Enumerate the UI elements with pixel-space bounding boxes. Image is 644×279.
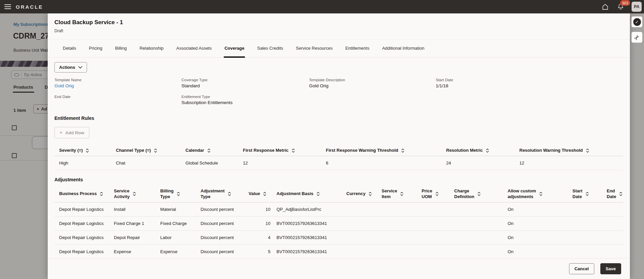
sort-icon[interactable] bbox=[586, 192, 589, 196]
column-header-value[interactable]: Value bbox=[244, 186, 272, 202]
side-toolbar: ✓ ✂ bbox=[631, 16, 643, 43]
sort-icon[interactable] bbox=[477, 192, 481, 196]
column-header-severity[interactable]: Severity (=) bbox=[54, 145, 111, 156]
cell: Fixed Charge 1 bbox=[109, 216, 156, 230]
actions-button[interactable]: Actions bbox=[54, 62, 87, 73]
table-row[interactable]: Depot Repair LogisticsExpenseExpenseDisc… bbox=[54, 244, 623, 258]
field-label: Entitlement Type bbox=[181, 95, 309, 99]
cell bbox=[602, 230, 623, 244]
sort-icon[interactable] bbox=[263, 192, 266, 196]
cell: 6 bbox=[321, 156, 441, 170]
cut-button[interactable]: ✂ bbox=[631, 32, 643, 43]
cell bbox=[377, 244, 417, 258]
column-label: Billing Type bbox=[160, 188, 174, 199]
tab-entitlements[interactable]: Entitlements bbox=[345, 40, 370, 58]
table-row[interactable]: Depot Repair LogisticsInstallMaterialDis… bbox=[54, 202, 623, 216]
home-icon[interactable] bbox=[601, 2, 609, 11]
scissors-icon: ✂ bbox=[633, 33, 641, 41]
sort-icon[interactable] bbox=[369, 192, 372, 196]
table-row[interactable]: HighChatGlobal Schedule1262412 bbox=[54, 156, 623, 170]
save-button[interactable]: Save bbox=[600, 263, 621, 274]
cell: On bbox=[503, 230, 568, 244]
column-header-adjustment-type[interactable]: Adjustment Type bbox=[196, 186, 244, 202]
sort-icon[interactable] bbox=[177, 192, 180, 196]
notifications-bell-icon[interactable]: 503 bbox=[616, 2, 625, 11]
sort-icon[interactable] bbox=[400, 192, 403, 196]
column-header-channel-type[interactable]: Channel Type (=) bbox=[111, 145, 181, 156]
template-name-link[interactable]: Gold Orig bbox=[54, 83, 181, 89]
column-header-business-process[interactable]: Business Process bbox=[54, 186, 109, 202]
tab-billing[interactable]: Billing bbox=[115, 40, 128, 58]
cell: Discount percent bbox=[196, 216, 244, 230]
tab-associated-assets[interactable]: Associated Assets bbox=[176, 40, 213, 58]
column-header-service-item[interactable]: Service Item bbox=[377, 186, 417, 202]
tab-pricing[interactable]: Pricing bbox=[88, 40, 103, 58]
cell bbox=[342, 230, 377, 244]
column-header-service-activity[interactable]: Service Activity bbox=[109, 186, 156, 202]
coverage-type-field: Coverage Type Standard bbox=[181, 78, 309, 89]
column-header-charge-definition[interactable]: Charge Definition bbox=[449, 186, 503, 202]
tab-details[interactable]: Details bbox=[62, 40, 77, 58]
column-header-first-response-metric[interactable]: First Response Metric bbox=[238, 145, 321, 156]
tab-service-resources[interactable]: Service Resources bbox=[295, 40, 333, 58]
column-header-calendar[interactable]: Calendar bbox=[181, 145, 238, 156]
sort-icon[interactable] bbox=[228, 192, 231, 196]
tab-coverage[interactable]: Coverage bbox=[224, 40, 245, 58]
column-header-resolution-warning-threshold[interactable]: Resolution Warning Threshold bbox=[515, 145, 623, 156]
column-header-price-uom[interactable]: Price UOM bbox=[417, 186, 449, 202]
tab-sales-credits[interactable]: Sales Credits bbox=[256, 40, 284, 58]
tab-relationship[interactable]: Relationship bbox=[139, 40, 164, 58]
cancel-button[interactable]: Cancel bbox=[569, 263, 594, 274]
user-avatar[interactable]: PA bbox=[632, 2, 642, 12]
validate-button[interactable]: ✓ bbox=[631, 16, 643, 28]
cell: Discount percent bbox=[196, 202, 244, 216]
column-header-resolution-metric[interactable]: Resolution Metric bbox=[441, 145, 515, 156]
panel-header: Cloud Backup Service - 1 Draft bbox=[48, 13, 630, 40]
column-header-start-date[interactable]: Start Date bbox=[568, 186, 602, 202]
sort-icon[interactable] bbox=[207, 148, 211, 153]
column-header-first-response-warning-threshold[interactable]: First Response Warning Threshold bbox=[321, 145, 441, 156]
sort-icon[interactable] bbox=[100, 192, 103, 196]
cell bbox=[449, 202, 503, 216]
hamburger-menu-icon[interactable] bbox=[4, 4, 11, 9]
cell: Chat bbox=[111, 156, 181, 170]
field-label: Coverage Type bbox=[181, 78, 309, 82]
column-header-billing-type[interactable]: Billing Type bbox=[156, 186, 196, 202]
column-header-end-date[interactable]: End Date bbox=[602, 186, 623, 202]
column-label: Calendar bbox=[185, 148, 204, 153]
sort-icon[interactable] bbox=[154, 148, 157, 153]
cell: Material bbox=[156, 202, 196, 216]
cell: On bbox=[503, 244, 568, 258]
add-row-button[interactable]: + Add Row bbox=[54, 127, 89, 138]
column-label: Resolution Metric bbox=[446, 148, 483, 153]
sort-icon[interactable] bbox=[133, 192, 136, 196]
table-row[interactable]: Depot Repair LogisticsDepot RepairLaborD… bbox=[54, 230, 623, 244]
sort-icon[interactable] bbox=[619, 192, 622, 196]
cell: Discount percent bbox=[196, 230, 244, 244]
sort-icon[interactable] bbox=[586, 148, 589, 153]
table-row[interactable]: Depot Repair LogisticsFixed Charge 1Fixe… bbox=[54, 216, 623, 230]
column-header-currency[interactable]: Currency bbox=[342, 186, 377, 202]
cell bbox=[342, 216, 377, 230]
sort-icon[interactable] bbox=[86, 148, 89, 153]
cell bbox=[377, 216, 417, 230]
cell bbox=[568, 244, 602, 258]
entitlement-rules-table: Severity (=)Channel Type (=)CalendarFirs… bbox=[54, 145, 623, 170]
sort-icon[interactable] bbox=[401, 148, 404, 153]
column-header-adjustment-basis[interactable]: Adjustment Basis bbox=[272, 186, 342, 202]
end-date-field: End Date bbox=[54, 95, 181, 105]
sort-icon[interactable] bbox=[316, 192, 320, 196]
column-label: End Date bbox=[607, 188, 616, 199]
column-header-allow-custom-adjustments[interactable]: Allow custom adjustments bbox=[503, 186, 568, 202]
cell: Depot Repair Logistics bbox=[54, 230, 109, 244]
sort-icon[interactable] bbox=[539, 192, 543, 196]
start-date-field: Start Date 1/1/18 bbox=[436, 78, 623, 89]
sort-icon[interactable] bbox=[435, 192, 439, 196]
tab-additional-information[interactable]: Additional Information bbox=[381, 40, 425, 58]
cell: On bbox=[503, 202, 568, 216]
sort-icon[interactable] bbox=[486, 148, 489, 153]
sort-icon[interactable] bbox=[292, 148, 295, 153]
cell bbox=[377, 202, 417, 216]
top-bar: ORACLE 503 PA bbox=[0, 0, 644, 13]
cell bbox=[417, 216, 449, 230]
